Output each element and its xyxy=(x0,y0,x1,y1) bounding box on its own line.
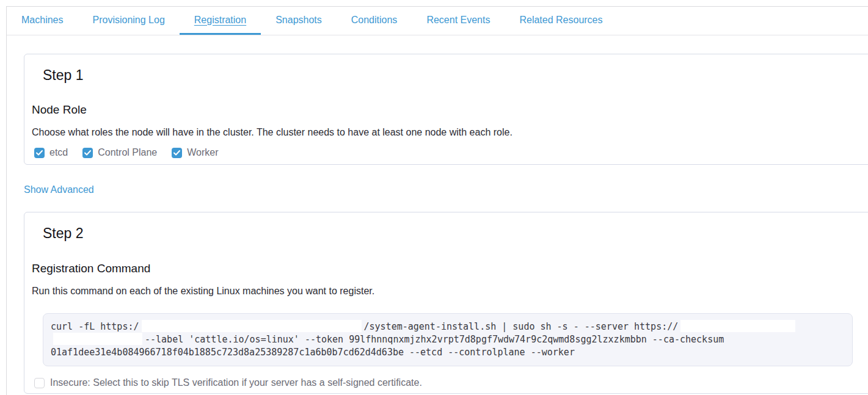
registration-command-heading: Registration Command xyxy=(32,261,868,276)
node-role-description: Choose what roles the node will have in … xyxy=(32,126,868,139)
checkbox-label: etcd xyxy=(49,147,68,158)
tab-label: Recent Events xyxy=(426,15,490,26)
tab-conditions[interactable]: Conditions xyxy=(337,7,412,35)
command-line-3: 01af1dee31e4b084966718f04b1885c723d8a253… xyxy=(51,346,845,359)
checkbox-label: Worker xyxy=(187,147,218,158)
step2-card: Step 2 Registration Command Run this com… xyxy=(24,212,868,394)
checkbox-unchecked-icon xyxy=(34,378,45,388)
checkbox-label: Control Plane xyxy=(98,147,157,158)
tab-registration[interactable]: Registration xyxy=(180,7,261,35)
insecure-label: Insecure: Select this to skip TLS verifi… xyxy=(50,377,422,388)
node-role-checkbox-row: etcd Control Plane Worker xyxy=(34,147,868,158)
tab-snapshots[interactable]: Snapshots xyxy=(261,7,337,35)
worker-checkbox[interactable]: Worker xyxy=(172,147,218,158)
tab-bar: Machines Provisioning Log Registration S… xyxy=(7,7,868,35)
command-text: curl -fL https:/ xyxy=(51,321,139,332)
show-advanced-link[interactable]: Show Advanced xyxy=(24,184,94,195)
command-line-1: curl -fL https://system-agent-install.sh… xyxy=(51,321,845,333)
redacted-server-url xyxy=(680,320,795,332)
registration-panel: Machines Provisioning Log Registration S… xyxy=(6,6,868,395)
command-text: --label 'cattle.io/os=linux' --token 99l… xyxy=(145,334,724,345)
tab-label: Snapshots xyxy=(275,15,322,26)
tab-recent-events[interactable]: Recent Events xyxy=(412,7,505,35)
registration-command-description: Run this command on each of the existing… xyxy=(32,285,868,297)
redacted-server-host xyxy=(142,320,362,332)
registration-content: Step 1 Node Role Choose what roles the n… xyxy=(7,35,868,394)
etcd-checkbox[interactable]: etcd xyxy=(34,147,68,158)
tab-label: Related Resources xyxy=(519,15,602,26)
tab-label: Machines xyxy=(21,15,63,26)
command-text: 01af1dee31e4b084966718f04b1885c723d8a253… xyxy=(51,347,575,358)
registration-command-code[interactable]: curl -fL https://system-agent-install.sh… xyxy=(43,313,853,366)
checkbox-checked-icon xyxy=(82,148,93,158)
tab-label: Registration xyxy=(194,15,246,26)
step1-card: Step 1 Node Role Choose what roles the n… xyxy=(24,54,868,165)
redacted-server-url-continued xyxy=(53,333,142,345)
command-line-2: --label 'cattle.io/os=linux' --token 99l… xyxy=(51,333,845,346)
tab-label: Provisioning Log xyxy=(92,15,164,26)
step2-title: Step 2 xyxy=(43,225,868,242)
tab-provisioning-log[interactable]: Provisioning Log xyxy=(78,7,179,35)
checkbox-checked-icon xyxy=(172,148,182,158)
tab-label: Conditions xyxy=(351,15,398,26)
tab-related-resources[interactable]: Related Resources xyxy=(505,7,617,35)
insecure-checkbox[interactable]: Insecure: Select this to skip TLS verifi… xyxy=(34,377,868,388)
checkbox-checked-icon xyxy=(34,148,45,158)
node-role-heading: Node Role xyxy=(32,103,868,117)
command-text: /system-agent-install.sh | sudo sh -s - … xyxy=(364,321,679,332)
control-plane-checkbox[interactable]: Control Plane xyxy=(82,147,157,158)
tab-machines[interactable]: Machines xyxy=(7,7,78,35)
step1-title: Step 1 xyxy=(43,67,868,84)
